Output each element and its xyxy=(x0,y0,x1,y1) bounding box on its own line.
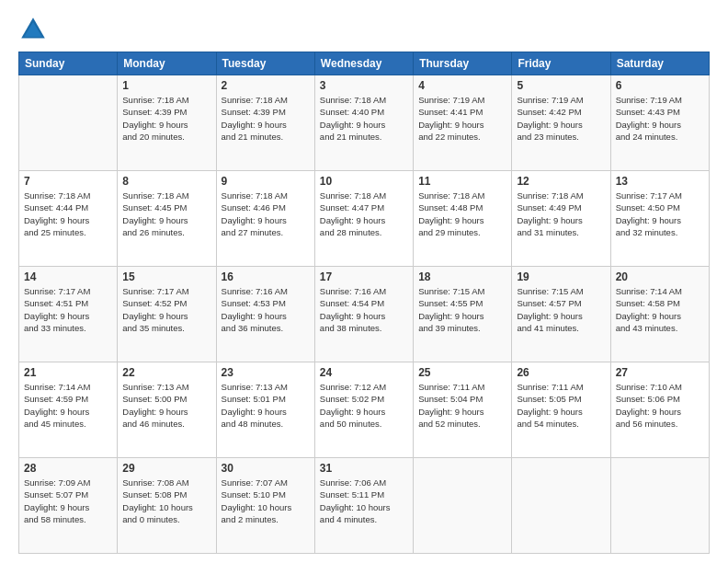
day-number: 2 xyxy=(222,79,310,92)
cell-content: Sunrise: 7:18 AM Sunset: 4:46 PM Dayligh… xyxy=(222,190,310,238)
header-day-wednesday: Wednesday xyxy=(314,52,413,75)
cell-content: Sunrise: 7:18 AM Sunset: 4:39 PM Dayligh… xyxy=(222,94,310,143)
cell-content: Sunrise: 7:08 AM Sunset: 5:08 PM Dayligh… xyxy=(122,477,210,525)
cell-content: Sunrise: 7:18 AM Sunset: 4:40 PM Dayligh… xyxy=(320,94,408,143)
day-number: 29 xyxy=(122,462,210,475)
cell-content: Sunrise: 7:10 AM Sunset: 5:06 PM Dayligh… xyxy=(616,381,704,430)
day-number: 18 xyxy=(418,270,506,283)
calendar-week-2: 7Sunrise: 7:18 AM Sunset: 4:44 PM Daylig… xyxy=(19,171,710,267)
day-number: 13 xyxy=(616,175,704,188)
cell-content: Sunrise: 7:15 AM Sunset: 4:57 PM Dayligh… xyxy=(517,285,605,334)
cell-content: Sunrise: 7:19 AM Sunset: 4:42 PM Dayligh… xyxy=(517,94,605,143)
calendar-week-4: 21Sunrise: 7:14 AM Sunset: 4:59 PM Dayli… xyxy=(19,362,710,458)
day-number: 8 xyxy=(122,175,210,188)
calendar-week-1: 1Sunrise: 7:18 AM Sunset: 4:39 PM Daylig… xyxy=(19,75,710,171)
calendar-cell: 13Sunrise: 7:17 AM Sunset: 4:50 PM Dayli… xyxy=(610,171,709,267)
day-number: 23 xyxy=(222,366,310,379)
day-number: 15 xyxy=(122,270,210,283)
day-number: 14 xyxy=(24,270,112,283)
cell-content: Sunrise: 7:13 AM Sunset: 5:01 PM Dayligh… xyxy=(222,381,310,430)
calendar-cell: 10Sunrise: 7:18 AM Sunset: 4:47 PM Dayli… xyxy=(314,171,413,267)
cell-content: Sunrise: 7:16 AM Sunset: 4:53 PM Dayligh… xyxy=(222,285,310,334)
cell-content: Sunrise: 7:11 AM Sunset: 5:04 PM Dayligh… xyxy=(418,381,506,430)
day-number: 16 xyxy=(222,270,310,283)
calendar-cell: 21Sunrise: 7:14 AM Sunset: 4:59 PM Dayli… xyxy=(19,362,118,458)
day-number: 6 xyxy=(616,79,704,92)
day-number: 4 xyxy=(418,79,506,92)
cell-content: Sunrise: 7:12 AM Sunset: 5:02 PM Dayligh… xyxy=(320,381,408,430)
logo-icon xyxy=(18,15,48,44)
day-number: 25 xyxy=(418,366,506,379)
calendar-cell: 1Sunrise: 7:18 AM Sunset: 4:39 PM Daylig… xyxy=(118,75,216,171)
cell-content: Sunrise: 7:14 AM Sunset: 4:59 PM Dayligh… xyxy=(24,381,112,430)
cell-content: Sunrise: 7:13 AM Sunset: 5:00 PM Dayligh… xyxy=(122,381,210,430)
day-number: 21 xyxy=(24,366,112,379)
cell-content: Sunrise: 7:16 AM Sunset: 4:54 PM Dayligh… xyxy=(320,285,408,334)
calendar-cell: 26Sunrise: 7:11 AM Sunset: 5:05 PM Dayli… xyxy=(512,362,610,458)
calendar-cell: 8Sunrise: 7:18 AM Sunset: 4:45 PM Daylig… xyxy=(118,171,216,267)
cell-content: Sunrise: 7:18 AM Sunset: 4:39 PM Dayligh… xyxy=(122,94,210,143)
day-number: 1 xyxy=(122,79,210,92)
calendar-cell: 16Sunrise: 7:16 AM Sunset: 4:53 PM Dayli… xyxy=(216,267,314,362)
calendar-cell: 15Sunrise: 7:17 AM Sunset: 4:52 PM Dayli… xyxy=(118,267,216,362)
calendar-cell xyxy=(414,458,512,554)
day-number: 24 xyxy=(320,366,408,379)
day-number: 31 xyxy=(320,462,408,475)
day-number: 30 xyxy=(222,462,310,475)
calendar-cell: 2Sunrise: 7:18 AM Sunset: 4:39 PM Daylig… xyxy=(216,75,314,171)
calendar-cell: 31Sunrise: 7:06 AM Sunset: 5:11 PM Dayli… xyxy=(314,458,413,554)
cell-content: Sunrise: 7:11 AM Sunset: 5:05 PM Dayligh… xyxy=(517,381,605,430)
calendar-cell: 14Sunrise: 7:17 AM Sunset: 4:51 PM Dayli… xyxy=(19,267,118,362)
cell-content: Sunrise: 7:17 AM Sunset: 4:51 PM Dayligh… xyxy=(24,285,112,334)
calendar-cell: 17Sunrise: 7:16 AM Sunset: 4:54 PM Dayli… xyxy=(314,267,413,362)
page: SundayMondayTuesdayWednesdayThursdayFrid… xyxy=(0,0,728,563)
calendar-cell: 22Sunrise: 7:13 AM Sunset: 5:00 PM Dayli… xyxy=(118,362,216,458)
calendar-cell: 3Sunrise: 7:18 AM Sunset: 4:40 PM Daylig… xyxy=(314,75,413,171)
day-number: 10 xyxy=(320,175,408,188)
cell-content: Sunrise: 7:18 AM Sunset: 4:44 PM Dayligh… xyxy=(24,190,112,238)
cell-content: Sunrise: 7:07 AM Sunset: 5:10 PM Dayligh… xyxy=(222,477,310,525)
calendar-table: SundayMondayTuesdayWednesdayThursdayFrid… xyxy=(18,52,710,554)
calendar-cell: 19Sunrise: 7:15 AM Sunset: 4:57 PM Dayli… xyxy=(512,267,610,362)
header-day-sunday: Sunday xyxy=(19,52,118,75)
day-number: 19 xyxy=(517,270,605,283)
day-number: 20 xyxy=(616,270,704,283)
cell-content: Sunrise: 7:18 AM Sunset: 4:49 PM Dayligh… xyxy=(517,190,605,238)
calendar-cell: 18Sunrise: 7:15 AM Sunset: 4:55 PM Dayli… xyxy=(414,267,512,362)
calendar-cell: 29Sunrise: 7:08 AM Sunset: 5:08 PM Dayli… xyxy=(118,458,216,554)
day-number: 17 xyxy=(320,270,408,283)
cell-content: Sunrise: 7:18 AM Sunset: 4:45 PM Dayligh… xyxy=(122,190,210,238)
day-number: 26 xyxy=(517,366,605,379)
day-number: 28 xyxy=(24,462,112,475)
calendar-cell: 27Sunrise: 7:10 AM Sunset: 5:06 PM Dayli… xyxy=(610,362,709,458)
calendar-cell: 23Sunrise: 7:13 AM Sunset: 5:01 PM Dayli… xyxy=(216,362,314,458)
calendar-cell xyxy=(19,75,118,171)
calendar-cell: 20Sunrise: 7:14 AM Sunset: 4:58 PM Dayli… xyxy=(610,267,709,362)
calendar-cell: 25Sunrise: 7:11 AM Sunset: 5:04 PM Dayli… xyxy=(414,362,512,458)
calendar-cell: 30Sunrise: 7:07 AM Sunset: 5:10 PM Dayli… xyxy=(216,458,314,554)
cell-content: Sunrise: 7:18 AM Sunset: 4:47 PM Dayligh… xyxy=(320,190,408,238)
calendar-cell: 6Sunrise: 7:19 AM Sunset: 4:43 PM Daylig… xyxy=(610,75,709,171)
cell-content: Sunrise: 7:17 AM Sunset: 4:50 PM Dayligh… xyxy=(616,190,704,238)
day-number: 12 xyxy=(517,175,605,188)
header-day-friday: Friday xyxy=(512,52,610,75)
cell-content: Sunrise: 7:19 AM Sunset: 4:43 PM Dayligh… xyxy=(616,94,704,143)
day-number: 22 xyxy=(122,366,210,379)
cell-content: Sunrise: 7:18 AM Sunset: 4:48 PM Dayligh… xyxy=(418,190,506,238)
header-day-monday: Monday xyxy=(118,52,216,75)
calendar-cell: 5Sunrise: 7:19 AM Sunset: 4:42 PM Daylig… xyxy=(512,75,610,171)
header xyxy=(18,15,710,44)
calendar-cell: 12Sunrise: 7:18 AM Sunset: 4:49 PM Dayli… xyxy=(512,171,610,267)
day-number: 27 xyxy=(616,366,704,379)
calendar-cell: 24Sunrise: 7:12 AM Sunset: 5:02 PM Dayli… xyxy=(314,362,413,458)
day-number: 11 xyxy=(418,175,506,188)
calendar-cell: 28Sunrise: 7:09 AM Sunset: 5:07 PM Dayli… xyxy=(19,458,118,554)
cell-content: Sunrise: 7:14 AM Sunset: 4:58 PM Dayligh… xyxy=(616,285,704,334)
header-day-thursday: Thursday xyxy=(414,52,512,75)
calendar-cell: 7Sunrise: 7:18 AM Sunset: 4:44 PM Daylig… xyxy=(19,171,118,267)
day-number: 9 xyxy=(222,175,310,188)
header-day-tuesday: Tuesday xyxy=(216,52,314,75)
header-day-saturday: Saturday xyxy=(610,52,709,75)
calendar-header-row: SundayMondayTuesdayWednesdayThursdayFrid… xyxy=(19,52,710,75)
calendar-cell: 4Sunrise: 7:19 AM Sunset: 4:41 PM Daylig… xyxy=(414,75,512,171)
